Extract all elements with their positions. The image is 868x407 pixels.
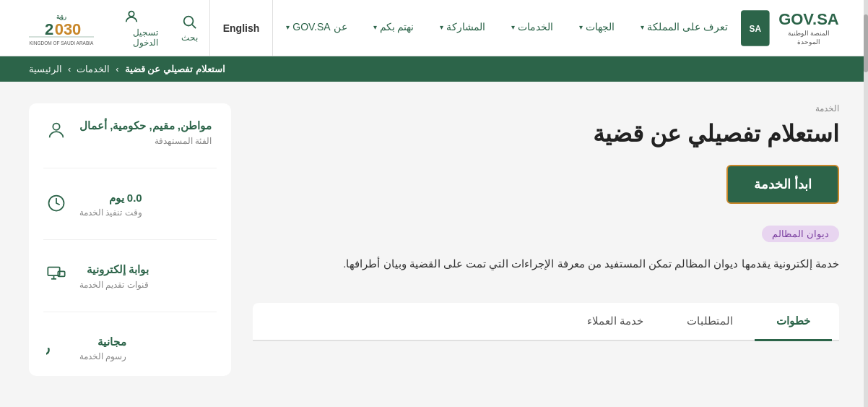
svg-text:2: 2 bbox=[45, 20, 53, 38]
audience-label: الفئة المستهدفة bbox=[79, 136, 212, 146]
fees-text-group: مجانية رسوم الخدمة bbox=[79, 334, 126, 362]
svg-text:SA: SA bbox=[750, 23, 762, 33]
tabs-section: خطوات المتطلبات خدمة العملاء bbox=[253, 303, 839, 341]
breadcrumb-home[interactable]: الرئيسية bbox=[29, 64, 62, 74]
audience-icon bbox=[43, 118, 69, 144]
user-icon bbox=[123, 9, 139, 25]
breadcrumb-khadamat[interactable]: الخدمات bbox=[77, 64, 110, 74]
time-value: 0.0 يوم bbox=[79, 190, 142, 207]
main-nav: تعرف على المملكة ▾ الجهات ▾ الخدمات ▾ ال… bbox=[273, 0, 741, 56]
service-label: الخدمة bbox=[253, 103, 839, 113]
service-tag-badge: ديوان المظالم bbox=[762, 226, 839, 242]
monitor-icon bbox=[46, 265, 66, 285]
start-service-button[interactable]: ابدأ الخدمة bbox=[726, 165, 839, 204]
svg-text:030: 030 bbox=[55, 20, 82, 38]
govsa-main-text: GOV.SA bbox=[776, 9, 842, 30]
svg-point-2 bbox=[184, 16, 194, 25]
nav-item-taaruf[interactable]: تعرف على المملكة ▾ bbox=[628, 0, 741, 56]
nav-item-jihat[interactable]: الجهات ▾ bbox=[566, 0, 628, 56]
scrollbar-thumb bbox=[864, 14, 868, 72]
channel-icon bbox=[43, 262, 69, 288]
tab-customer-service[interactable]: خدمة العملاء bbox=[565, 303, 665, 341]
tab-steps[interactable]: خطوات bbox=[755, 303, 832, 341]
chevron-down-icon: ▾ bbox=[511, 23, 515, 31]
breadcrumb-separator-1: › bbox=[68, 64, 71, 74]
svg-line-3 bbox=[192, 25, 196, 28]
breadcrumb-current: استعلام تفصيلي عن قضية bbox=[125, 64, 225, 74]
vision-2030-logo: رؤية 2 030 KINGDOM OF SAUDI ARABIA bbox=[29, 7, 94, 49]
divider-2 bbox=[43, 239, 217, 240]
riyal-icon: ر bbox=[46, 337, 66, 357]
main-content: الخدمة استعلام تفصيلي عن قضية ابدأ الخدم… bbox=[0, 82, 868, 398]
svg-point-11 bbox=[53, 124, 59, 130]
audience-value: مواطن, مقيم, حكومية, أعمال bbox=[79, 118, 212, 134]
fees-label: رسوم الخدمة bbox=[79, 351, 126, 361]
svg-text:KINGDOM OF SAUDI ARABIA: KINGDOM OF SAUDI ARABIA bbox=[30, 40, 94, 46]
channel-label: قنوات تقديم الخدمة bbox=[79, 280, 149, 290]
svg-rect-10 bbox=[29, 36, 94, 38]
info-row-time: 0.0 يوم وقت تنفيذ الخدمة bbox=[43, 190, 217, 218]
chevron-down-icon: ▾ bbox=[440, 23, 443, 31]
info-row-fees: مجانية رسوم الخدمة ر bbox=[43, 334, 217, 362]
page-scrollbar bbox=[864, 0, 868, 398]
svg-text:ر: ر bbox=[46, 340, 50, 356]
chevron-down-icon: ▾ bbox=[286, 23, 290, 31]
chevron-down-icon: ▾ bbox=[641, 23, 644, 31]
language-toggle-button[interactable]: English bbox=[209, 0, 274, 56]
service-title: استعلام تفصيلي عن قضية bbox=[253, 118, 839, 150]
login-button[interactable]: تسجيل الدخول bbox=[94, 0, 170, 56]
vision-logo-area: رؤية 2 030 KINGDOM OF SAUDI ARABIA bbox=[14, 7, 94, 49]
govsa-logo: GOV.SA المنصة الوطنية الموحدة SA bbox=[741, 9, 854, 47]
divider-3 bbox=[43, 312, 217, 312]
breadcrumb-separator-2: › bbox=[116, 64, 118, 74]
info-row-audience: مواطن, مقيم, حكومية, أعمال الفئة المستهد… bbox=[43, 118, 217, 146]
govsa-icon: SA bbox=[741, 10, 770, 46]
breadcrumb: استعلام تفصيلي عن قضية › الخدمات › الرئي… bbox=[0, 56, 868, 82]
svg-point-4 bbox=[129, 11, 134, 16]
channel-text-group: بوابة إلكترونية قنوات تقديم الخدمة bbox=[79, 262, 149, 290]
nav-item-khadamat[interactable]: الخدمات ▾ bbox=[498, 0, 566, 56]
divider-1 bbox=[43, 168, 217, 168]
service-description: خدمة إلكترونية يقدمها ديوان المظالم تمكن… bbox=[253, 254, 839, 275]
main-header: GOV.SA المنصة الوطنية الموحدة SA تعرف عل… bbox=[0, 0, 868, 56]
svg-text:رؤية: رؤية bbox=[56, 14, 66, 20]
service-detail-section: الخدمة استعلام تفصيلي عن قضية ابدأ الخدم… bbox=[253, 103, 839, 376]
nav-item-musharaka[interactable]: المشاركة ▾ bbox=[427, 0, 498, 56]
chevron-down-icon: ▾ bbox=[373, 23, 377, 31]
tabs-row: خطوات المتطلبات خدمة العملاء bbox=[253, 303, 839, 341]
chevron-down-icon: ▾ bbox=[579, 23, 583, 31]
person-icon bbox=[46, 121, 66, 141]
clock-icon bbox=[46, 193, 66, 213]
channel-value: بوابة إلكترونية bbox=[79, 262, 149, 278]
govsa-sub-text: المنصة الوطنية الموحدة bbox=[776, 30, 842, 46]
info-row-channel: بوابة إلكترونية قنوات تقديم الخدمة bbox=[43, 262, 217, 290]
time-icon bbox=[43, 190, 69, 216]
nav-item-nahtam[interactable]: نهتم بكم ▾ bbox=[360, 0, 428, 56]
search-icon bbox=[181, 14, 197, 30]
tab-requirements[interactable]: المتطلبات bbox=[665, 303, 755, 341]
time-label: وقت تنفيذ الخدمة bbox=[79, 207, 142, 218]
time-text-group: 0.0 يوم وقت تنفيذ الخدمة bbox=[79, 190, 142, 218]
audience-text-group: مواطن, مقيم, حكومية, أعمال الفئة المستهد… bbox=[79, 118, 212, 146]
search-button[interactable]: بحث bbox=[170, 0, 209, 56]
govsa-logo-text: GOV.SA المنصة الوطنية الموحدة bbox=[776, 9, 842, 47]
nav-item-about-govsa[interactable]: عن GOV.SA ▾ bbox=[273, 0, 360, 56]
service-info-card: مواطن, مقيم, حكومية, أعمال الفئة المستهد… bbox=[29, 103, 231, 376]
fees-icon: ر bbox=[43, 334, 69, 360]
fees-value: مجانية bbox=[79, 334, 126, 351]
